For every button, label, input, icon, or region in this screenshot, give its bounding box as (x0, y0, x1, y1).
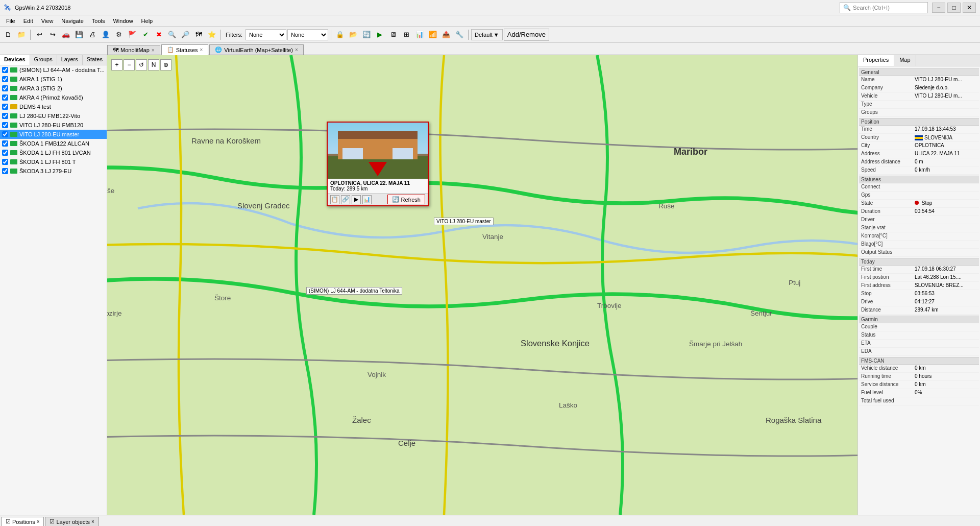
tb-print-btn[interactable]: 🖨 (86, 29, 99, 41)
map-container[interactable]: Ravne na Koroškem Leše Slovenj Gradec Ma… (107, 55, 857, 515)
device-checkbox[interactable] (2, 159, 8, 165)
device-item[interactable]: ŠKODA 1 LJ FH 801 LVCAN (0, 148, 107, 157)
menu-navigate[interactable]: Navigate (57, 17, 87, 25)
tb-open-btn[interactable]: 📁 (15, 29, 28, 41)
prop-driver: Driver (859, 216, 979, 224)
device-checkbox[interactable] (2, 131, 8, 137)
device-checkbox[interactable] (2, 140, 8, 147)
tab-statuses-close[interactable]: × (200, 47, 203, 53)
tb-refresh-btn[interactable]: 🔄 (360, 29, 373, 41)
rp-tab-map[interactable]: Map (894, 55, 916, 66)
refresh-icon: 🔄 (392, 196, 399, 203)
device-item[interactable]: AKRA 1 (STIG 1) (0, 75, 107, 84)
tb-check-btn[interactable]: ✔ (139, 29, 152, 41)
tb-map-btn[interactable]: 🗺 (192, 29, 205, 41)
maximize-button[interactable]: □ (947, 3, 961, 13)
prop-eda: EDA (859, 348, 979, 356)
rp-tab-properties[interactable]: Properties (858, 55, 894, 66)
tb-zoom-btn[interactable]: 🔎 (179, 29, 191, 41)
left-tab-groups[interactable]: Groups (30, 55, 57, 65)
tb-save-btn[interactable]: 💾 (73, 29, 85, 41)
device-item[interactable]: ŠKODA 1 FMB122 ALLCAN (0, 139, 107, 148)
tb-play-btn[interactable]: ▶ (374, 29, 386, 41)
tb-btn3[interactable]: 🚗 (60, 29, 72, 41)
tab-monolitmap[interactable]: 🗺 MonolitMap × (107, 45, 160, 55)
tb-chart-btn[interactable]: 📊 (413, 29, 426, 41)
left-tab-states[interactable]: States (83, 55, 107, 65)
map-rotate[interactable]: ↺ (136, 59, 147, 70)
tab-statuses[interactable]: 📋 Statuses × (161, 44, 209, 55)
map-zoom-out[interactable]: − (124, 59, 135, 70)
tb-monitor-btn[interactable]: 🖥 (387, 29, 399, 41)
menu-edit[interactable]: Edit (19, 17, 37, 25)
tb-search-btn[interactable]: 🔍 (166, 29, 178, 41)
tb-export-btn[interactable]: 📤 (440, 29, 452, 41)
device-label: AKRA 4 (Primož Kovačič) (19, 94, 83, 101)
tb-btn6[interactable]: 👤 (100, 29, 112, 41)
prop-stanje-vrat: Stanje vrat (859, 224, 979, 232)
map-zoom-in[interactable]: + (111, 59, 122, 70)
popup-action-3[interactable]: ▶ (352, 195, 361, 204)
map-layers-btn[interactable]: ⊕ (160, 59, 172, 70)
menu-tools[interactable]: Tools (88, 17, 109, 25)
tb-grid-btn[interactable]: ⊞ (400, 29, 412, 41)
tab-virtualearth-close[interactable]: × (295, 47, 298, 53)
device-label: AKRA 3 (STIG 2) (19, 85, 62, 91)
filter2-select[interactable]: None (287, 29, 328, 40)
tb-lock-btn[interactable]: 🔒 (334, 29, 346, 41)
prop-country: Country SLOVENIJA (859, 134, 979, 142)
minimize-button[interactable]: − (932, 3, 945, 13)
menu-file[interactable]: File (2, 17, 19, 25)
device-checkbox[interactable] (2, 168, 8, 174)
device-item[interactable]: LJ 280-EU FMB122-Vito (0, 111, 107, 121)
device-item[interactable]: AKRA 3 (STIG 2) (0, 84, 107, 93)
device-item[interactable]: AKRA 4 (Primož Kovačič) (0, 93, 107, 102)
filter1-select[interactable]: None (246, 29, 286, 40)
popup-action-4[interactable]: 📊 (362, 195, 372, 204)
tb-x-btn[interactable]: ✖ (153, 29, 165, 41)
default-button[interactable]: Default ▼ (471, 29, 503, 40)
tab-virtualearth[interactable]: 🌐 VirtualEarth (Map+Satellite) × (209, 44, 303, 55)
device-checkbox[interactable] (2, 67, 8, 73)
close-button[interactable]: ✕ (963, 3, 976, 13)
device-item[interactable]: (SIMON) LJ 644-AM - dodatna T... (0, 65, 107, 75)
tb-undo-btn[interactable]: ↩ (33, 29, 45, 41)
left-tab-devices[interactable]: Devices (0, 55, 30, 65)
tb-new-btn[interactable]: 🗋 (2, 29, 14, 41)
menu-view[interactable]: View (37, 17, 58, 25)
device-item[interactable]: ŠKODA 1 LJ FH 801 T (0, 157, 107, 166)
bottom-area: ☑ Positions × ☑ Layer objects × Time Add… (0, 515, 980, 526)
device-checkbox[interactable] (2, 76, 8, 82)
device-checkbox[interactable] (2, 122, 8, 128)
tb-extra-btn[interactable]: 🔧 (453, 29, 465, 41)
device-item[interactable]: VITO LJ 280-EU master (0, 130, 107, 139)
device-checkbox[interactable] (2, 94, 8, 101)
tb-star-btn[interactable]: ⭐ (206, 29, 218, 41)
search-input[interactable] (853, 5, 924, 11)
device-checkbox[interactable] (2, 85, 8, 91)
device-checkbox[interactable] (2, 113, 8, 119)
bottom-tab-layer-objects[interactable]: ☑ Layer objects × (45, 517, 99, 526)
menu-help[interactable]: Help (137, 17, 157, 25)
device-item[interactable]: VITO LJ 280-EU FMB120 (0, 121, 107, 130)
popup-action-1[interactable]: 📋 (330, 195, 339, 204)
add-remove-button[interactable]: Add/Remove (504, 29, 549, 41)
tab-monolitmap-close[interactable]: × (152, 47, 155, 53)
popup-action-2[interactable]: 🔗 (341, 195, 350, 204)
map-compass[interactable]: N (148, 59, 159, 70)
tb-redo-btn[interactable]: ↪ (46, 29, 59, 41)
refresh-label: Refresh (401, 197, 421, 203)
prop-distance: Distance 289.47 km (859, 306, 979, 315)
tb-signal-btn[interactable]: 📶 (427, 29, 439, 41)
menu-window[interactable]: Window (109, 17, 137, 25)
tb-flag-btn[interactable]: 🚩 (126, 29, 138, 41)
bottom-tab-positions[interactable]: ☑ Positions × (1, 517, 44, 526)
device-item[interactable]: ŠKODA 3 LJ 279-EU (0, 166, 107, 176)
left-tab-layers[interactable]: Layers (57, 55, 83, 65)
tb-btn7[interactable]: ⚙ (113, 29, 125, 41)
device-item[interactable]: DEMS 4 test (0, 102, 107, 111)
device-checkbox[interactable] (2, 104, 8, 110)
device-checkbox[interactable] (2, 150, 8, 156)
tb-folder-btn[interactable]: 📂 (347, 29, 359, 41)
refresh-button[interactable]: 🔄 Refresh (387, 195, 425, 204)
